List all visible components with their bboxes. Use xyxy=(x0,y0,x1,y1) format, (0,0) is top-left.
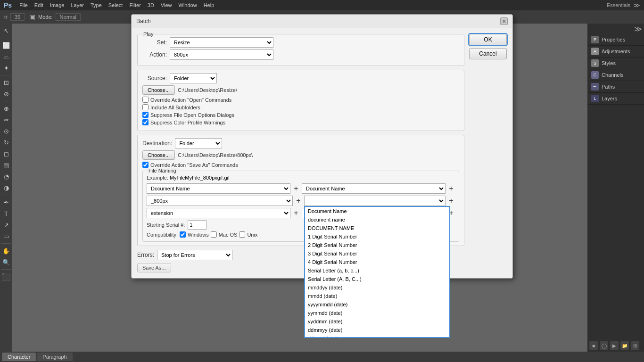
suppress-dialogs-row: Suppress File Open Options Dialogs xyxy=(142,112,459,118)
batch-dialog: Batch ✕ Play Set: Resize xyxy=(131,14,513,279)
play-legend: Play xyxy=(141,31,155,37)
dest-label: Destination: xyxy=(142,140,172,147)
ok-button[interactable]: OK xyxy=(469,34,507,45)
suppress-dialogs-checkbox[interactable] xyxy=(142,112,149,118)
override-save-checkbox[interactable] xyxy=(142,162,149,168)
action-label: Action: xyxy=(142,51,167,58)
naming-plus-1b[interactable]: + xyxy=(447,185,455,192)
compat-unix-label: Unix xyxy=(247,232,257,238)
naming-row-1: Document Name + Document Name + xyxy=(147,183,455,194)
compat-label: Compatibility: xyxy=(147,232,178,238)
subfolders-checkbox[interactable] xyxy=(142,104,149,110)
ps-app: Ps File Edit Image Layer Type Select Fil… xyxy=(0,0,644,362)
naming-plus-2b[interactable]: + xyxy=(447,197,455,205)
naming-plus-1a[interactable]: + xyxy=(292,185,300,192)
dropdown-item-3[interactable]: 1 Digit Serial Number xyxy=(305,232,449,241)
dropdown-item-9[interactable]: mmddyy (date) xyxy=(305,283,449,292)
suppress-warnings-label: Suppress Color Profile Warnings xyxy=(150,120,225,125)
dest-select[interactable]: Folder xyxy=(175,138,222,148)
dropdown-item-8[interactable]: Serial Letter (A, B, C...) xyxy=(305,275,449,283)
dialog-close-button[interactable]: ✕ xyxy=(500,17,508,25)
naming-dropdown-open[interactable]: Document Name document name DOCUMENT NAM… xyxy=(304,206,450,338)
naming-plus-3a[interactable]: + xyxy=(292,209,300,217)
override-open-checkbox[interactable] xyxy=(142,97,149,103)
dialog-titlebar: Batch ✕ xyxy=(132,15,512,28)
choose-row: Choose... C:\Users\Desktop\Resize\ xyxy=(142,85,459,95)
serial-input[interactable] xyxy=(188,220,206,230)
dialog-buttons: OK Cancel xyxy=(469,34,507,272)
naming-select-1b[interactable]: Document Name xyxy=(302,183,446,194)
dropdown-item-15[interactable]: ddmm (date) xyxy=(305,334,449,338)
source-row: Source: Folder xyxy=(142,73,459,83)
subfolders-row: Include All Subfolders xyxy=(142,104,459,110)
dropdown-item-2[interactable]: DOCUMENT NAME xyxy=(305,224,449,232)
naming-select-1a[interactable]: Document Name xyxy=(147,183,290,194)
dropdown-item-6[interactable]: 4 Digit Serial Number xyxy=(305,258,449,266)
compat-unix-checkbox[interactable] xyxy=(239,231,245,238)
errors-select[interactable]: Stop for Errors xyxy=(157,250,232,260)
naming-select-2b[interactable] xyxy=(304,196,446,206)
set-label: Set: xyxy=(142,39,167,46)
source-path: C:\Users\Desktop\Resize\ xyxy=(178,87,459,93)
source-label: Source: xyxy=(142,75,167,82)
file-naming-section: File Naming Example: MyFileMyFile_800pxg… xyxy=(142,171,459,242)
dropdown-item-11[interactable]: yyyymmdd (date) xyxy=(305,300,449,309)
naming-select-2a[interactable]: _800px xyxy=(147,196,293,206)
compat-mac-label: Mac OS xyxy=(219,232,238,238)
source-select[interactable]: Folder xyxy=(170,73,217,83)
naming-legend: File Naming xyxy=(147,168,178,173)
dropdown-item-7[interactable]: Serial Letter (a, b, c...) xyxy=(305,266,449,275)
action-select[interactable]: 800px xyxy=(170,49,273,60)
override-open-row: Override Action "Open" Commands xyxy=(142,97,459,103)
dest-path: C:\Users\Desktop\Resize\800px\ xyxy=(178,152,459,158)
dialog-body: Play Set: Resize Action: 800px xyxy=(132,28,512,278)
compat-windows-label: Windows xyxy=(188,232,209,238)
naming-plus-2a[interactable]: + xyxy=(295,197,302,205)
dropdown-item-13[interactable]: yyddmm (date) xyxy=(305,317,449,326)
dropdown-item-1[interactable]: document name xyxy=(305,215,449,224)
naming-select-3a[interactable]: extension xyxy=(147,208,290,218)
action-row: Action: 800px xyxy=(142,49,459,60)
source-section: Source: Folder Choose... C:\Users\Deskto… xyxy=(137,70,464,131)
example-row: Example: MyFileMyFile_800pxgif.gif xyxy=(147,175,455,181)
dialog-main: Play Set: Resize Action: 800px xyxy=(137,34,464,272)
cancel-button[interactable]: Cancel xyxy=(469,48,507,59)
suppress-warnings-row: Suppress Color Profile Warnings xyxy=(142,119,459,125)
destination-section: Destination: Folder Choose... C:\Users\D… xyxy=(137,135,464,246)
dest-choose-row: Choose... C:\Users\Desktop\Resize\800px\ xyxy=(142,150,459,160)
example-label: Example: xyxy=(147,175,168,181)
dropdown-item-12[interactable]: yymmdd (date) xyxy=(305,309,449,317)
naming-row-2: _800px + Document Name document na xyxy=(147,196,455,206)
source-choose-button[interactable]: Choose... xyxy=(142,85,175,95)
suppress-warnings-checkbox[interactable] xyxy=(142,119,149,125)
dialog-title: Batch xyxy=(136,18,151,25)
set-select[interactable]: Resize xyxy=(170,37,273,48)
save-as-button[interactable]: Save As... xyxy=(137,263,171,272)
compat-mac-checkbox[interactable] xyxy=(211,231,217,238)
suppress-dialogs-label: Suppress File Open Options Dialogs xyxy=(150,112,234,118)
override-save-row: Override Action "Save As" Commands xyxy=(142,162,459,168)
set-row: Set: Resize xyxy=(142,37,459,48)
dropdown-item-0[interactable]: Document Name xyxy=(305,207,449,215)
compat-windows-checkbox[interactable] xyxy=(180,231,186,238)
dropdown-item-10[interactable]: mmdd (date) xyxy=(305,292,449,300)
dest-choose-button[interactable]: Choose... xyxy=(142,150,175,160)
subfolders-label: Include All Subfolders xyxy=(150,105,200,110)
serial-label: Starting Serial #: xyxy=(147,222,185,228)
dest-row: Destination: Folder xyxy=(142,138,459,148)
play-section: Play Set: Resize Action: 800px xyxy=(137,34,464,66)
example-value: MyFileMyFile_800pxgif.gif xyxy=(170,175,230,181)
dropdown-item-14[interactable]: ddmmyy (date) xyxy=(305,326,449,334)
override-save-label: Override Action "Save As" Commands xyxy=(150,162,238,168)
dropdown-item-4[interactable]: 2 Digit Serial Number xyxy=(305,241,449,249)
override-open-label: Override Action "Open" Commands xyxy=(150,97,231,103)
dialog-overlay: Batch ✕ Play Set: Resize xyxy=(0,0,644,362)
errors-label: Errors: xyxy=(137,252,154,258)
naming-dropdown-container: Document Name document name DOCUMENT NAM… xyxy=(304,196,446,206)
dropdown-item-5[interactable]: 3 Digit Serial Number xyxy=(305,249,449,258)
